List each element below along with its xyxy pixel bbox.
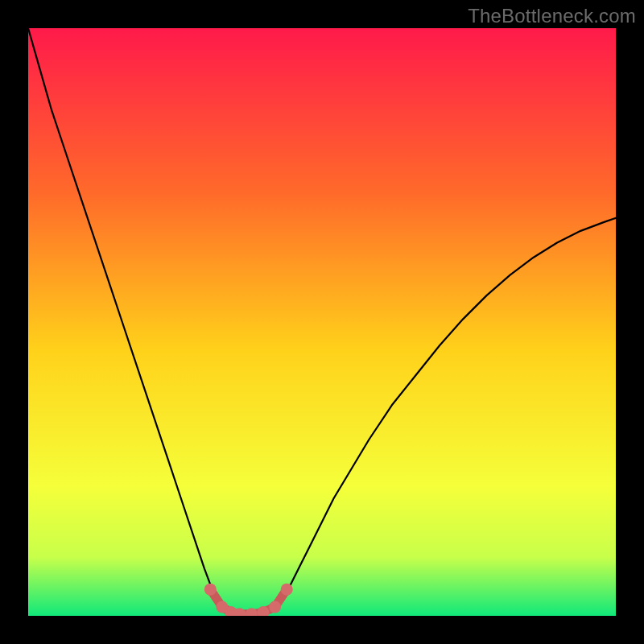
plot-area	[28, 28, 616, 616]
bottleneck-curve-chart	[28, 28, 616, 616]
watermark-text: TheBottleneck.com	[468, 5, 636, 27]
gradient-background	[28, 28, 616, 616]
highlight-marker	[269, 601, 281, 613]
chart-frame: TheBottleneck.com	[0, 0, 644, 644]
highlight-marker	[281, 584, 293, 596]
highlight-marker	[204, 584, 217, 596]
